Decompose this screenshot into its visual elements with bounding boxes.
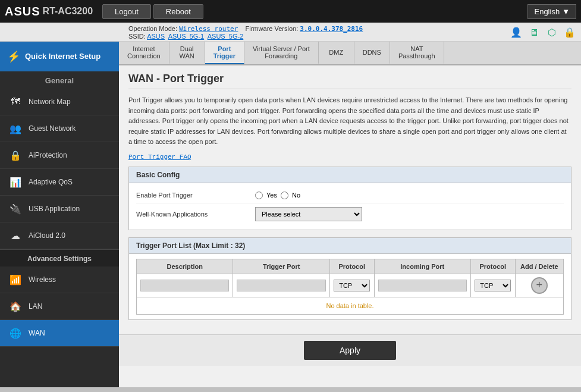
language-label: English bbox=[534, 7, 560, 16]
trigger-port-cell bbox=[233, 274, 329, 297]
table-row-input: TCP UDP BOTH TCP UDP bbox=[137, 274, 564, 297]
operation-mode-value[interactable]: Wireless router bbox=[179, 25, 238, 33]
basic-config-section: Basic Config Enable Port Trigger Yes No … bbox=[128, 167, 571, 230]
incoming-port-input[interactable] bbox=[378, 280, 467, 291]
sidebar-item-label: WAN bbox=[29, 329, 45, 337]
well-known-apps-label: Well-Known Applications bbox=[136, 211, 255, 218]
ssid-label: SSID: bbox=[128, 33, 146, 40]
tab-port-trigger[interactable]: PortTrigger bbox=[205, 42, 244, 64]
advanced-settings-title: Advanced Settings bbox=[0, 249, 119, 266]
enable-port-trigger-row: Enable Port Trigger Yes No bbox=[136, 188, 564, 203]
sidebar-item-label: Wireless bbox=[29, 275, 56, 284]
incoming-protocol-select[interactable]: TCP UDP BOTH bbox=[475, 280, 511, 291]
sidebar-item-guest-network[interactable]: 👥 Guest Network bbox=[0, 115, 119, 142]
quick-setup-icon: ⚡ bbox=[7, 50, 20, 63]
operation-mode-label: Operation Mode: bbox=[128, 25, 177, 32]
person-icon[interactable]: 👤 bbox=[510, 26, 523, 39]
well-known-apps-select[interactable]: Please select bbox=[255, 207, 362, 221]
incoming-port-cell bbox=[374, 274, 470, 297]
col-protocol-trigger: Protocol bbox=[329, 259, 374, 274]
sidebar-item-network-map[interactable]: 🗺 Network Map bbox=[0, 89, 119, 115]
trigger-port-list-body: Description Trigger Port Protocol Incomi… bbox=[129, 254, 571, 319]
col-protocol-incoming: Protocol bbox=[470, 259, 515, 274]
col-description: Description bbox=[137, 259, 233, 274]
sidebar-item-usb-application[interactable]: 🔌 USB Application bbox=[0, 196, 119, 222]
quick-setup-label: Quick Internet Setup bbox=[25, 52, 101, 62]
tab-ddns[interactable]: DDNS bbox=[354, 42, 390, 64]
aicloud-icon: ☁ bbox=[8, 228, 23, 243]
col-incoming-port: Incoming Port bbox=[374, 259, 470, 274]
sidebar-item-wan[interactable]: 🌐 WAN bbox=[0, 320, 119, 347]
logo: ASUS RT-AC3200 bbox=[5, 5, 93, 18]
no-label: No bbox=[292, 192, 300, 199]
lock-icon[interactable]: 🔒 bbox=[563, 26, 576, 39]
reboot-button[interactable]: Reboot bbox=[153, 4, 203, 19]
sidebar-item-label: AiProtection bbox=[29, 151, 67, 159]
sidebar-item-label: LAN bbox=[29, 302, 42, 311]
tab-nat-passthrough[interactable]: NATPassthrough bbox=[390, 42, 444, 64]
tab-internet-connection[interactable]: InternetConnection bbox=[119, 42, 169, 64]
page-title: WAN - Port Trigger bbox=[128, 73, 571, 89]
info-bar-left: Operation Mode: Wireless router Firmware… bbox=[128, 25, 363, 40]
faq-link[interactable]: Port Trigger FAQ bbox=[128, 153, 191, 161]
sidebar-item-label: Adaptive QoS bbox=[29, 178, 73, 186]
enable-port-trigger-control: Yes No bbox=[255, 192, 300, 199]
yes-label: Yes bbox=[266, 192, 277, 199]
description-cell bbox=[137, 274, 233, 297]
trigger-port-list-section: Trigger Port List (Max Limit : 32) Descr… bbox=[128, 237, 571, 320]
add-delete-cell: + bbox=[515, 274, 563, 297]
header-buttons: Logout Reboot bbox=[102, 4, 203, 19]
lan-icon: 🏠 bbox=[8, 299, 23, 313]
apply-button[interactable]: Apply bbox=[304, 341, 396, 360]
usb-icon[interactable]: ⬡ bbox=[545, 26, 558, 39]
firmware-label: Firmware Version: bbox=[246, 25, 299, 32]
adaptive-qos-icon: 📊 bbox=[8, 175, 23, 189]
add-button[interactable]: + bbox=[531, 277, 548, 294]
sidebar-item-lan[interactable]: 🏠 LAN bbox=[0, 293, 119, 320]
trigger-protocol-select[interactable]: TCP UDP BOTH bbox=[334, 280, 370, 291]
well-known-apps-control: Please select bbox=[255, 207, 362, 221]
basic-config-body: Enable Port Trigger Yes No Well-Known Ap… bbox=[129, 183, 571, 230]
enable-pt-no-radio[interactable] bbox=[281, 192, 288, 199]
chevron-down-icon: ▼ bbox=[562, 7, 570, 16]
sidebar-item-aiprotection[interactable]: 🔒 AiProtection bbox=[0, 142, 119, 169]
usb-application-icon: 🔌 bbox=[8, 202, 23, 216]
sidebar-item-aicloud[interactable]: ☁ AiCloud 2.0 bbox=[0, 222, 119, 249]
wan-icon: 🌐 bbox=[8, 326, 23, 340]
ssid3-link[interactable]: ASUS_5G-2 bbox=[208, 33, 244, 40]
no-data-message: No data in table. bbox=[136, 297, 564, 315]
info-bar: Operation Mode: Wireless router Firmware… bbox=[0, 23, 581, 42]
description-input[interactable] bbox=[140, 280, 229, 291]
incoming-protocol-cell: TCP UDP BOTH bbox=[470, 274, 515, 297]
sidebar-item-adaptive-qos[interactable]: 📊 Adaptive QoS bbox=[0, 169, 119, 196]
tab-virtual-server[interactable]: Virtual Server / PortForwarding bbox=[244, 42, 319, 64]
ssid2-link[interactable]: ASUS_5G-1 bbox=[168, 33, 205, 40]
description-text: Port Trigger allows you to temporarily o… bbox=[128, 95, 571, 148]
guest-network-icon: 👥 bbox=[8, 121, 23, 136]
logout-button[interactable]: Logout bbox=[102, 4, 151, 19]
firmware-value[interactable]: 3.0.0.4.378_2816 bbox=[300, 25, 363, 33]
language-selector[interactable]: English ▼ bbox=[527, 4, 576, 19]
ssid1-link[interactable]: ASUS bbox=[147, 33, 165, 40]
apply-section: Apply bbox=[119, 334, 581, 366]
trigger-port-table: Description Trigger Port Protocol Incomi… bbox=[136, 259, 564, 297]
sidebar-item-label: USB Application bbox=[29, 205, 80, 213]
network-map-icon: 🗺 bbox=[8, 95, 23, 109]
tab-dual-wan[interactable]: DualWAN bbox=[169, 42, 205, 64]
sidebar-item-quick-internet-setup[interactable]: ⚡ Quick Internet Setup bbox=[0, 42, 119, 71]
trigger-protocol-cell: TCP UDP BOTH bbox=[329, 274, 374, 297]
tab-dmz[interactable]: DMZ bbox=[319, 42, 354, 64]
sidebar-item-wireless[interactable]: 📶 Wireless bbox=[0, 266, 119, 293]
enable-port-trigger-label: Enable Port Trigger bbox=[136, 192, 255, 199]
sidebar-item-label: Guest Network bbox=[29, 124, 76, 133]
trigger-port-input[interactable] bbox=[237, 280, 325, 291]
basic-config-header: Basic Config bbox=[129, 167, 571, 183]
enable-pt-yes-radio[interactable] bbox=[255, 192, 263, 199]
tab-bar: InternetConnection DualWAN PortTrigger V… bbox=[119, 42, 581, 65]
monitor-icon[interactable]: 🖥 bbox=[527, 26, 541, 39]
sidebar-item-label: Network Map bbox=[29, 98, 71, 106]
logo-model: RT-AC3200 bbox=[43, 6, 93, 17]
info-bar-right: 👤 🖥 ⬡ 🔒 bbox=[510, 26, 576, 39]
main-layout: ⚡ Quick Internet Setup General 🗺 Network… bbox=[0, 42, 581, 387]
aiprotection-icon: 🔒 bbox=[8, 148, 23, 162]
